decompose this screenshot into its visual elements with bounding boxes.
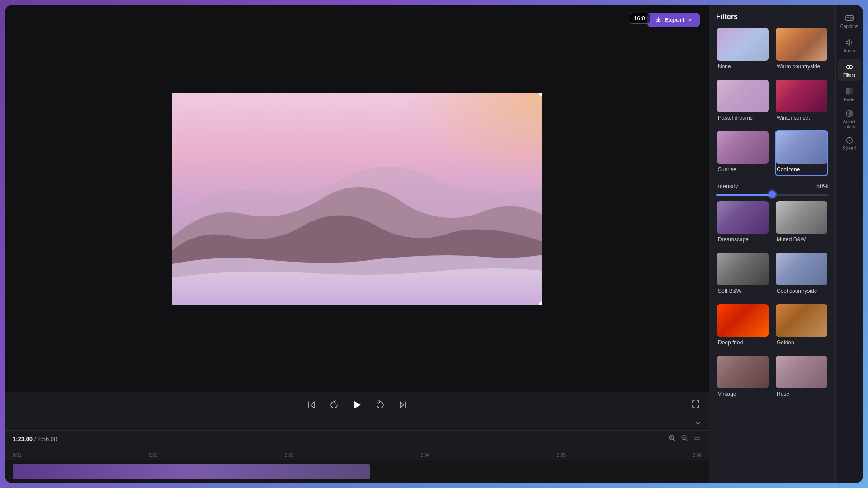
filter-cool-tone[interactable]: Cool tone [775,130,828,176]
intensity-label: Intensity [716,183,738,189]
filters-panel: Filters None Warm countryside Pastel dre… [709,5,835,483]
aspect-ratio-badge: 16:9 [629,13,650,24]
speed-label: Speed [843,146,856,151]
filter-rose-thumb [776,356,827,388]
filter-vintage-thumb [717,356,769,388]
chevron-down-icon [687,17,693,23]
filter-pastel-dreams-thumb [717,80,769,112]
filter-muted-bw-label: Muted B&W [776,235,827,245]
timeline-tracks[interactable] [5,460,709,483]
fade-icon [845,87,854,96]
slider-thumb[interactable] [769,191,776,198]
play-icon [352,399,363,410]
filter-winter-sunset-label: Winter sunset [776,114,827,124]
filter-rose-label: Rose [776,390,827,400]
filter-cool-countryside[interactable]: Cool countryside [775,252,828,298]
filter-vintage-label: Vintage [717,390,769,400]
svg-rect-8 [846,88,849,95]
filter-winter-sunset-thumb [776,80,827,112]
filters-icon [845,62,854,71]
svg-point-7 [849,65,852,68]
svg-rect-9 [849,88,853,95]
timeline-header: 1:23.00 / 2:56.00 [5,431,709,447]
adjust-colors-icon [845,109,854,118]
ruler-marks: 0:01 0:02 0:03 0:04 0:05 0:06 [13,453,702,460]
skip-to-start-button[interactable] [305,398,318,412]
intensity-value: 50% [816,183,828,189]
rewind-button[interactable] [327,398,341,412]
filter-cool-countryside-label: Cool countryside [776,287,827,297]
ruler-mark-4: 0:05 [557,453,566,458]
intensity-section: Intensity 50% [716,176,828,200]
fullscreen-icon [692,400,700,408]
captions-icon: CC [845,14,854,23]
filter-muted-bw[interactable]: Muted B&W [775,200,828,246]
video-controls: 5 [5,392,709,418]
filter-none[interactable]: None [716,27,769,73]
main-area: Export 16:9 [5,5,709,483]
export-label: Export [665,16,684,23]
forward5-button[interactable]: 5 [373,398,387,412]
rewind-icon [329,400,339,410]
time-separator: / [34,436,38,442]
filter-deep-fried[interactable]: Deep fried [716,303,769,349]
ruler-mark-3: 0:04 [421,453,429,458]
intensity-slider[interactable] [716,194,828,196]
filter-sunrise-thumb [717,131,769,164]
sidebar-item-fade[interactable]: Fade [838,83,861,106]
sidebar-item-captions[interactable]: CC Captions [838,10,861,33]
svg-rect-1 [172,273,542,305]
timeline-ruler: 0:01 0:02 0:03 0:04 0:05 0:06 [5,447,709,460]
chevron-down-icon [694,420,702,427]
right-panel: Filters None Warm countryside Pastel dre… [709,5,863,483]
ruler-mark-1: 0:02 [149,453,157,458]
zoom-out-button[interactable] [680,433,689,444]
filters-label: Filters [843,73,855,78]
fit-timeline-button[interactable] [693,433,702,444]
fit-icon [693,434,701,441]
filter-dreamscape-thumb [717,201,769,234]
filter-soft-bw[interactable]: Soft B&W [716,252,769,298]
sidebar-item-audio[interactable]: Audio [838,34,861,57]
filter-warm-countryside[interactable]: Warm countryside [775,27,828,73]
adjust-colors-label: Adjust colors [838,119,861,129]
filter-none-thumb [717,28,769,61]
filter-golden[interactable]: Golden [775,303,828,349]
filter-deep-fried-label: Deep fried [717,338,769,348]
filter-vintage[interactable]: Vintage [716,355,769,401]
play-button[interactable] [350,398,364,412]
zoom-in-button[interactable] [667,433,676,444]
filter-rose[interactable]: Rose [775,355,828,401]
filter-sunrise[interactable]: Sunrise [716,130,769,176]
video-track[interactable] [13,464,370,479]
crop-handle-bottom-right[interactable] [539,301,542,305]
sidebar-item-speed[interactable]: Speed [838,132,861,155]
filter-deep-fried-thumb [717,304,769,337]
filter-golden-label: Golden [776,338,827,348]
filter-dreamscape[interactable]: Dreamscape [716,200,769,246]
filter-winter-sunset[interactable]: Winter sunset [775,79,828,125]
slider-fill [716,194,772,196]
skip-start-icon [307,400,316,410]
skip-to-end-button[interactable] [396,398,410,412]
sidebar-item-filters[interactable]: Filters [838,59,861,81]
timeline-collapse-button[interactable] [694,420,702,428]
captions-label: Captions [840,24,858,29]
filter-pastel-dreams[interactable]: Pastel dreams [716,79,769,125]
current-time: 1:23.00 [13,436,33,442]
zoom-out-icon [681,434,688,441]
time-display: 1:23.00 / 2:56.00 [13,436,57,442]
fullscreen-button[interactable] [692,400,700,410]
filter-soft-bw-label: Soft B&W [717,287,769,297]
export-button[interactable]: Export [647,13,700,27]
filter-cool-countryside-thumb [776,253,827,285]
video-canvas [172,93,542,305]
filter-dreamscape-label: Dreamscape [717,235,769,245]
filter-sunrise-label: Sunrise [717,165,769,175]
sidebar-item-adjust-colors[interactable]: Adjust colors [838,108,861,130]
filter-pastel-dreams-label: Pastel dreams [717,114,769,124]
filters-grid: None Warm countryside Pastel dreams Wint… [716,27,828,176]
forward5-label: 5 [377,401,378,405]
filter-cool-tone-label: Cool tone [776,165,827,175]
fade-label: Fade [844,97,854,102]
